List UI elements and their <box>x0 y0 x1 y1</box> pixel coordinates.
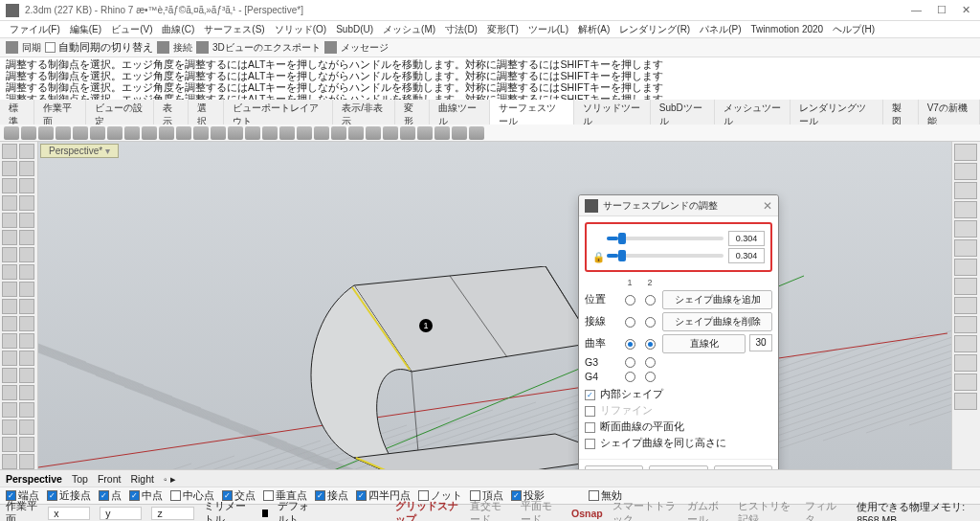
status-toggle[interactable]: ガムボール <box>687 500 728 522</box>
ribbon-button[interactable] <box>366 126 381 140</box>
tool-button[interactable] <box>19 195 34 211</box>
status-toggle[interactable]: グリッドスナップ <box>395 500 460 522</box>
ribbon-button[interactable] <box>434 126 450 140</box>
autosync-button[interactable]: 自動同期の切り替え <box>45 41 153 55</box>
ribbon-button[interactable] <box>124 126 140 140</box>
value-2[interactable]: 0.304 <box>728 248 765 263</box>
radio-2-4[interactable] <box>645 372 656 382</box>
tool-button[interactable] <box>19 385 34 400</box>
tool-button[interactable] <box>2 144 17 159</box>
same-height-check[interactable] <box>585 439 595 449</box>
menu-item[interactable]: ツール(L) <box>524 23 572 36</box>
snap-check[interactable] <box>356 490 367 501</box>
shape-curve-btn[interactable]: シェイプ曲線を追加 <box>662 290 772 309</box>
panel-button[interactable] <box>954 297 977 314</box>
snap-none[interactable] <box>589 490 599 501</box>
status-toggle[interactable]: 平面モード <box>521 500 562 522</box>
minimize-button[interactable]: — <box>911 4 922 16</box>
menu-item[interactable]: 解析(A) <box>574 23 613 36</box>
ribbon-button[interactable] <box>73 126 88 140</box>
tool-button[interactable] <box>19 454 34 469</box>
status-toggle[interactable]: スマートトラック <box>612 500 678 522</box>
message-button[interactable]: メッセージ <box>341 41 389 55</box>
tool-button[interactable] <box>19 437 34 452</box>
menu-item[interactable]: SubD(U) <box>332 24 377 34</box>
ribbon-button[interactable] <box>331 126 346 140</box>
menu-item[interactable]: パネル(P) <box>696 23 745 36</box>
ribbon-button[interactable] <box>279 126 295 140</box>
maximize-button[interactable]: ☐ <box>937 4 947 16</box>
radio-1-2[interactable] <box>625 339 635 350</box>
viewport-label[interactable]: Perspective* <box>40 144 119 158</box>
linearize-button[interactable]: 直線化 <box>662 334 746 353</box>
tool-button[interactable] <box>2 178 17 193</box>
tool-button[interactable] <box>19 247 34 262</box>
ribbon-button[interactable] <box>262 126 278 140</box>
ribbon-button[interactable] <box>297 126 312 140</box>
radio-1-1[interactable] <box>625 317 635 328</box>
tool-button[interactable] <box>19 299 34 314</box>
tool-button[interactable] <box>19 230 34 245</box>
message-icon[interactable] <box>324 41 337 54</box>
tool-button[interactable] <box>19 351 34 366</box>
viewport-tab[interactable]: Right <box>130 473 154 485</box>
tool-button[interactable] <box>2 264 17 280</box>
menu-item[interactable]: ソリッド(O) <box>271 23 330 36</box>
tool-button[interactable] <box>2 195 17 211</box>
panel-button[interactable] <box>954 163 977 180</box>
ok-button[interactable]: OK <box>585 465 643 469</box>
snap-check[interactable] <box>129 490 140 501</box>
radio-2-0[interactable] <box>645 295 656 306</box>
ribbon-button[interactable] <box>56 126 71 140</box>
status-toggle[interactable]: ヒストリを記録 <box>738 500 795 522</box>
dialog-titlebar[interactable]: サーフェスブレンドの調整 ✕ <box>579 195 778 216</box>
tool-button[interactable] <box>19 144 34 159</box>
radio-2-2[interactable] <box>645 339 656 350</box>
close-button[interactable]: ✕ <box>962 4 970 16</box>
ribbon-button[interactable] <box>176 126 191 140</box>
refine-check[interactable] <box>585 406 595 417</box>
ribbon-button[interactable] <box>245 126 260 140</box>
ribbon-button[interactable] <box>159 126 174 140</box>
panel-button[interactable] <box>954 393 977 410</box>
menu-item[interactable]: ヘルプ(H) <box>829 23 879 36</box>
tool-button[interactable] <box>19 419 34 435</box>
tool-button[interactable] <box>2 282 17 297</box>
tool-button[interactable] <box>19 402 34 418</box>
help-button[interactable]: ヘルプ <box>714 465 772 469</box>
panel-button[interactable] <box>954 201 977 218</box>
slider-2[interactable] <box>607 254 724 258</box>
tool-button[interactable] <box>19 213 34 228</box>
sync-icon[interactable] <box>6 41 18 54</box>
tool-button[interactable] <box>19 282 34 297</box>
ribbon-button[interactable] <box>228 126 243 140</box>
tool-button[interactable] <box>2 385 17 400</box>
panel-button[interactable] <box>954 374 977 391</box>
tool-button[interactable] <box>2 213 17 228</box>
menu-item[interactable]: レンダリング(R) <box>615 23 694 36</box>
menu-item[interactable]: 曲線(C) <box>158 23 198 36</box>
panel-button[interactable] <box>954 239 977 257</box>
tool-button[interactable] <box>2 368 17 383</box>
sync-button[interactable]: 同期 <box>22 41 41 55</box>
tool-button[interactable] <box>2 230 17 245</box>
tool-button[interactable] <box>2 333 17 349</box>
ribbon-button[interactable] <box>348 126 364 140</box>
ribbon-button[interactable] <box>38 126 54 140</box>
planar-check[interactable] <box>585 422 595 433</box>
menu-item[interactable]: サーフェス(S) <box>200 23 268 36</box>
snap-check[interactable] <box>47 490 57 501</box>
status-toggle[interactable]: Osnap <box>571 508 603 519</box>
menu-item[interactable]: ビュー(V) <box>107 23 156 36</box>
ribbon-button[interactable] <box>4 126 19 140</box>
panel-button[interactable] <box>954 259 977 276</box>
ribbon-button[interactable] <box>314 126 329 140</box>
panel-button[interactable] <box>954 354 977 372</box>
ribbon-button[interactable] <box>417 126 433 140</box>
tool-button[interactable] <box>2 402 17 418</box>
export-button[interactable]: 3Dビューのエクスポート <box>212 41 321 55</box>
ribbon-button[interactable] <box>211 126 226 140</box>
tool-button[interactable] <box>2 437 17 452</box>
tool-button[interactable] <box>2 351 17 366</box>
status-toggle[interactable]: フィルタ <box>805 500 837 522</box>
